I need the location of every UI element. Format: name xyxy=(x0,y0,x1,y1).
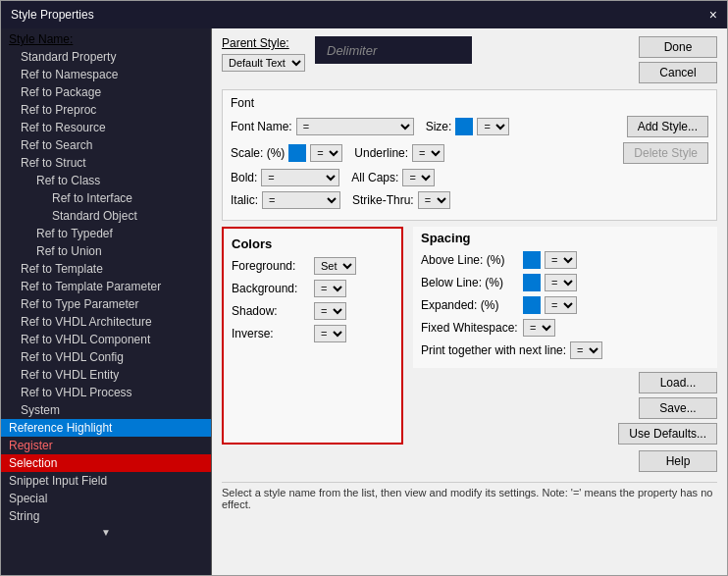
done-button[interactable]: Done xyxy=(639,36,717,58)
font-name-dropdown[interactable]: = xyxy=(296,118,414,135)
inverse-dropdown[interactable]: = xyxy=(314,325,346,342)
font-row-2: Scale: (%) = Underline: = Delete Style xyxy=(231,142,708,164)
print-together-dropdown[interactable]: = xyxy=(570,341,602,359)
italic-label: Italic: xyxy=(231,193,258,207)
style-list-item-ref-to-union[interactable]: Ref to Union xyxy=(1,242,211,260)
help-row: Help xyxy=(222,450,717,472)
dialog-title: Style Properties xyxy=(11,8,94,22)
style-list-item-ref-to-vhdl-config[interactable]: Ref to VHDL Config xyxy=(1,348,211,366)
expanded-indicator xyxy=(523,296,541,314)
above-line-label: Above Line: (%) xyxy=(421,253,519,267)
font-row-4: Italic: = Strike-Thru: = xyxy=(231,191,708,209)
preview-text: Delimiter xyxy=(327,43,377,58)
preview-block: Delimiter xyxy=(315,36,472,64)
style-list-item-ref-to-resource[interactable]: Ref to Resource xyxy=(1,119,211,136)
foreground-dropdown[interactable]: Set xyxy=(314,257,356,275)
style-list-item-special[interactable]: Special xyxy=(1,490,211,507)
style-list-item-standard-property[interactable]: Standard Property xyxy=(1,48,211,66)
bottom-note: Select a style name from the list, then … xyxy=(222,482,717,510)
fixed-whitespace-dropdown[interactable]: = xyxy=(523,319,555,337)
above-line-indicator xyxy=(523,251,541,269)
above-line-dropdown[interactable]: = xyxy=(545,251,577,269)
left-panel: Style Name: Standard PropertyRef to Name… xyxy=(1,28,212,575)
above-line-row: Above Line: (%) = xyxy=(421,251,709,269)
colors-title: Colors xyxy=(232,236,393,251)
font-section-title: Font xyxy=(231,96,708,110)
style-list-item-ref-to-vhdl-architecture[interactable]: Ref to VHDL Architecture xyxy=(1,313,211,331)
expanded-row: Expanded: (%) = xyxy=(421,296,709,314)
strikethru-dropdown[interactable]: = xyxy=(418,191,450,209)
help-button[interactable]: Help xyxy=(639,450,717,472)
style-list: Standard PropertyRef to NamespaceRef to … xyxy=(1,48,211,525)
use-defaults-button[interactable]: Use Defaults... xyxy=(618,423,717,445)
style-list-item-ref-to-interface[interactable]: Ref to Interface xyxy=(1,189,211,207)
style-list-item-system[interactable]: System xyxy=(1,401,211,419)
style-list-item-selection[interactable]: Selection xyxy=(1,454,211,472)
style-list-item-ref-to-class[interactable]: Ref to Class xyxy=(1,172,211,189)
style-list-item-string[interactable]: String xyxy=(1,507,211,525)
scale-dropdown[interactable]: = xyxy=(310,144,342,162)
scale-label: Scale: (%) xyxy=(231,146,285,160)
save-button[interactable]: Save... xyxy=(639,397,717,419)
print-together-row: Print together with next line: = xyxy=(421,341,709,359)
delete-style-button[interactable]: Delete Style xyxy=(623,142,708,164)
style-list-item-ref-to-namespace[interactable]: Ref to Namespace xyxy=(1,66,211,83)
style-list-item-ref-to-struct[interactable]: Ref to Struct xyxy=(1,154,211,172)
bold-field: Bold: = xyxy=(231,169,339,186)
parent-style-dropdown[interactable]: Default Text xyxy=(222,54,305,72)
background-dropdown[interactable]: = xyxy=(314,280,346,297)
style-list-item-ref-to-vhdl-entity[interactable]: Ref to VHDL Entity xyxy=(1,366,211,384)
fixed-whitespace-row: Fixed Whitespace: = xyxy=(421,319,709,337)
expanded-label: Expanded: (%) xyxy=(421,298,519,312)
size-dropdown[interactable]: = xyxy=(477,118,509,135)
shadow-row: Shadow: = xyxy=(232,302,393,320)
foreground-label: Foreground: xyxy=(232,259,310,273)
strikethru-field: Strike-Thru: = xyxy=(352,191,450,209)
colors-box: Colors Foreground: Set Background: = xyxy=(222,227,403,445)
foreground-row: Foreground: Set xyxy=(232,257,393,275)
font-section: Font Font Name: = Size: = xyxy=(222,89,717,221)
below-line-row: Below Line: (%) = xyxy=(421,274,709,291)
style-list-item-ref-to-template[interactable]: Ref to Template xyxy=(1,260,211,278)
load-button[interactable]: Load... xyxy=(639,372,717,393)
expanded-dropdown[interactable]: = xyxy=(545,296,577,314)
dialog-body: Style Name: Standard PropertyRef to Name… xyxy=(1,28,727,575)
italic-dropdown[interactable]: = xyxy=(262,191,340,209)
top-section: Parent Style: Default Text Delimiter Don… xyxy=(222,36,717,83)
inverse-label: Inverse: xyxy=(232,327,310,340)
style-list-item-ref-to-template-parameter[interactable]: Ref to Template Parameter xyxy=(1,278,211,295)
right-panel: Parent Style: Default Text Delimiter Don… xyxy=(212,28,727,575)
allcaps-dropdown[interactable]: = xyxy=(402,169,435,186)
underline-field: Underline: = xyxy=(354,144,444,162)
style-list-item-snippet-input-field[interactable]: Snippet Input Field xyxy=(1,472,211,490)
style-list-item-register[interactable]: Register xyxy=(1,437,211,454)
below-line-indicator xyxy=(523,274,541,291)
parent-style-block: Parent Style: Default Text xyxy=(222,36,305,72)
close-button[interactable]: × xyxy=(709,7,717,23)
style-list-item-ref-to-vhdl-process[interactable]: Ref to VHDL Process xyxy=(1,384,211,401)
shadow-dropdown[interactable]: = xyxy=(314,302,346,320)
style-list-item-reference-highlight[interactable]: Reference Highlight xyxy=(1,419,211,437)
scroll-indicator: ▼ xyxy=(1,525,211,540)
below-line-label: Below Line: (%) xyxy=(421,276,519,289)
cancel-button[interactable]: Cancel xyxy=(639,62,717,83)
fixed-whitespace-label: Fixed Whitespace: xyxy=(421,321,519,335)
parent-style-label: Parent Style: xyxy=(222,36,305,50)
font-row-1: Font Name: = Size: = Add Style... xyxy=(231,116,708,137)
style-list-item-ref-to-search[interactable]: Ref to Search xyxy=(1,136,211,154)
style-list-item-standard-object[interactable]: Standard Object xyxy=(1,207,211,225)
style-list-item-ref-to-vhdl-component[interactable]: Ref to VHDL Component xyxy=(1,331,211,348)
strikethru-label: Strike-Thru: xyxy=(352,193,414,207)
underline-dropdown[interactable]: = xyxy=(412,144,444,162)
bold-dropdown[interactable]: = xyxy=(261,169,339,186)
style-list-item-ref-to-type-parameter[interactable]: Ref to Type Parameter xyxy=(1,295,211,313)
mid-section: Colors Foreground: Set Background: = xyxy=(222,227,717,445)
background-label: Background: xyxy=(232,282,310,295)
add-style-button[interactable]: Add Style... xyxy=(627,116,708,137)
style-list-item-ref-to-preproc[interactable]: Ref to Preproc xyxy=(1,101,211,119)
style-list-item-ref-to-typedef[interactable]: Ref to Typedef xyxy=(1,225,211,242)
font-name-label: Font Name: xyxy=(231,120,292,133)
background-row: Background: = xyxy=(232,280,393,297)
style-list-item-ref-to-package[interactable]: Ref to Package xyxy=(1,83,211,101)
below-line-dropdown[interactable]: = xyxy=(545,274,577,291)
